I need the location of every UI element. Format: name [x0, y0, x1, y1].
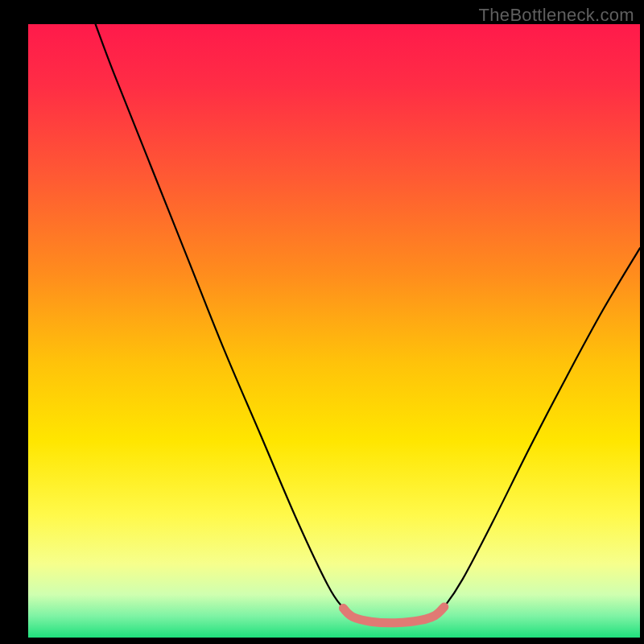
chart-frame: TheBottleneck.com [0, 0, 644, 644]
bottleneck-chart [0, 0, 644, 644]
watermark-text: TheBottleneck.com [479, 5, 634, 26]
chart-background [28, 24, 640, 638]
